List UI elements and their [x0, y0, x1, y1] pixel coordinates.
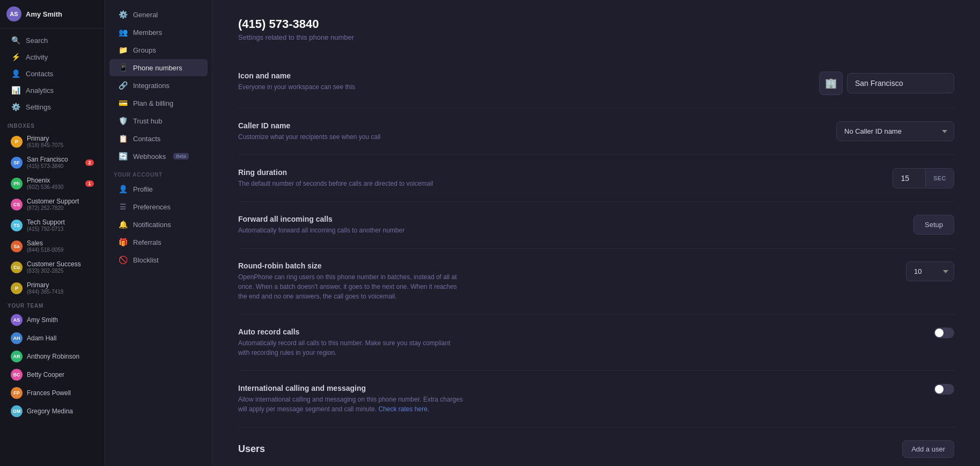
inbox-tech-support[interactable]: TS Tech Support (415) 792-0713	[3, 215, 101, 235]
inbox-phoenix[interactable]: Ph Phoenix (602) 536-4930 1	[3, 173, 101, 193]
round-robin-desc: OpenPhone can ring users on this phone n…	[238, 272, 463, 301]
nav-label-settings: Settings	[26, 103, 51, 111]
mid-sidebar: ⚙️ General 👥 Members 📁 Groups 📱 Phone nu…	[105, 0, 212, 466]
mid-item-webhooks[interactable]: 🔄 Webhooks Beta	[109, 148, 208, 165]
forward-calls-control: Setup	[913, 215, 954, 235]
mid-item-general[interactable]: ⚙️ General	[109, 6, 208, 23]
international-section: International calling and messaging Allo…	[238, 371, 954, 427]
inbox-customer-success[interactable]: Cu Customer Success (833) 302-2825	[3, 257, 101, 277]
team-avatar: AS	[11, 314, 23, 326]
team-gregory-medina[interactable]: GM Gregory Medina	[3, 403, 101, 420]
ring-duration-section: Ring duration The default number of seco…	[238, 155, 954, 202]
mid-item-referrals[interactable]: 🎁 Referrals	[109, 234, 208, 251]
inbox-avatar: Sa	[11, 241, 23, 252]
nav-item-analytics[interactable]: 📊 Analytics	[3, 82, 101, 98]
international-toggle[interactable]	[934, 384, 954, 395]
nav-item-contacts[interactable]: 👤 Contacts	[3, 65, 101, 82]
inbox-avatar: CS	[11, 199, 23, 210]
inbox-badge: 2	[85, 159, 94, 166]
ring-group: SEC	[893, 168, 954, 188]
search-icon: 🔍	[11, 36, 20, 45]
icon-name-desc: Everyone in your workspace can see this	[238, 82, 463, 92]
mid-label-profile: Profile	[133, 185, 153, 193]
inbox-avatar: P	[11, 282, 23, 294]
round-robin-control: 10 5 15 20	[906, 261, 954, 281]
rates-link[interactable]: Check rates here.	[378, 405, 429, 413]
referrals-icon: 🎁	[118, 238, 128, 246]
setup-button[interactable]: Setup	[913, 215, 954, 235]
contacts-icon: 👤	[11, 69, 20, 78]
inbox-san-francisco[interactable]: SF San Francisco (415) 573-3840 2	[3, 152, 101, 172]
members-icon: 👥	[118, 28, 128, 37]
team-amy-smith[interactable]: AS Amy Smith	[3, 311, 101, 329]
beta-badge: Beta	[173, 153, 189, 159]
ring-unit: SEC	[925, 170, 954, 187]
ring-duration-label: Ring duration	[238, 168, 882, 177]
icon-name-control: 🏢	[819, 71, 954, 95]
users-title: Users	[238, 443, 265, 455]
mid-item-plan-billing[interactable]: 💳 Plan & billing	[109, 94, 208, 112]
inbox-customer-support[interactable]: CS Customer Support (872) 252-7820	[3, 194, 101, 214]
team-adam-hall[interactable]: AH Adam Hall	[3, 330, 101, 347]
caller-id-section: Caller ID name Customize what your recip…	[238, 108, 954, 155]
main-content: (415) 573-3840 Settings related to this …	[212, 0, 980, 466]
account-label: Your account	[105, 165, 212, 180]
mid-item-members[interactable]: 👥 Members	[109, 24, 208, 41]
nav-label-analytics: Analytics	[26, 86, 54, 94]
mid-item-trust-hub[interactable]: 🛡️ Trust hub	[109, 112, 208, 129]
team-avatar: GM	[11, 405, 23, 417]
mid-label-blocklist: Blocklist	[133, 256, 159, 264]
nav-item-search[interactable]: 🔍 Search	[3, 32, 101, 48]
users-header: Users Add a user	[238, 427, 954, 464]
mid-item-preferences[interactable]: ☰ Preferences	[109, 198, 208, 215]
mid-item-notifications[interactable]: 🔔 Notifications	[109, 216, 208, 233]
inbox-sales[interactable]: Sa Sales (844) 518-0059	[3, 236, 101, 256]
round-robin-select[interactable]: 10 5 15 20	[906, 261, 954, 281]
inbox-primary-2[interactable]: P Primary (844) 385-7418	[3, 278, 101, 298]
icon-emoji-button[interactable]: 🏢	[819, 71, 843, 95]
caller-id-control: No Caller ID name Amy Smith San Francisc…	[836, 121, 954, 141]
team-anthony-robinson[interactable]: AR Anthony Robinson	[3, 348, 101, 365]
team-frances-powell[interactable]: FP Frances Powell	[3, 384, 101, 402]
profile-icon: 👤	[118, 185, 128, 193]
nav-label-contacts: Contacts	[26, 70, 53, 78]
add-user-button[interactable]: Add a user	[902, 440, 954, 458]
mid-item-blocklist[interactable]: 🚫 Blocklist	[109, 251, 208, 268]
inbox-badge: 1	[85, 180, 94, 187]
general-icon: ⚙️	[118, 10, 128, 19]
name-input[interactable]	[847, 73, 954, 93]
user-header[interactable]: AS Amy Smith	[0, 0, 105, 28]
mid-item-contacts[interactable]: 📋 Contacts	[109, 130, 208, 147]
forward-calls-section: Forward all incoming calls Automatically…	[238, 202, 954, 249]
team-avatar: FP	[11, 387, 23, 399]
team-label: Your team	[0, 298, 105, 311]
webhooks-icon: 🔄	[118, 152, 128, 161]
icon-name-label: Icon and name	[238, 71, 808, 80]
ring-duration-desc: The default number of seconds before cal…	[238, 179, 463, 188]
inbox-avatar: TS	[11, 220, 23, 231]
nav-item-activity[interactable]: ⚡ Activity	[3, 49, 101, 65]
team-betty-cooper[interactable]: BC Betty Cooper	[3, 366, 101, 383]
ring-input[interactable]	[893, 169, 925, 188]
plan-billing-icon: 💳	[118, 99, 128, 107]
inbox-avatar: Cu	[11, 261, 23, 273]
mid-item-groups[interactable]: 📁 Groups	[109, 41, 208, 59]
mid-item-profile[interactable]: 👤 Profile	[109, 180, 208, 198]
mid-item-integrations[interactable]: 🔗 Integrations	[109, 77, 208, 94]
caller-id-select[interactable]: No Caller ID name Amy Smith San Francisc…	[836, 121, 954, 141]
mid-label-contacts: Contacts	[133, 135, 160, 143]
mid-label-integrations: Integrations	[133, 82, 170, 90]
mid-label-preferences: Preferences	[133, 203, 171, 211]
mid-item-phone-numbers[interactable]: 📱 Phone numbers	[109, 59, 208, 76]
inbox-primary-1[interactable]: P Primary (618) 845-7075	[3, 132, 101, 151]
nav-label-search: Search	[26, 37, 48, 45]
round-robin-section: Round-robin batch size OpenPhone can rin…	[238, 249, 954, 315]
nav-item-settings[interactable]: ⚙️ Settings	[3, 99, 101, 115]
auto-record-label: Auto record calls	[238, 327, 923, 336]
mid-label-plan-billing: Plan & billing	[133, 99, 173, 107]
team-avatar: BC	[11, 369, 23, 381]
auto-record-control	[934, 327, 954, 338]
auto-record-toggle[interactable]	[934, 327, 954, 338]
mid-label-referrals: Referrals	[133, 238, 161, 246]
ring-duration-control: SEC	[893, 168, 954, 188]
